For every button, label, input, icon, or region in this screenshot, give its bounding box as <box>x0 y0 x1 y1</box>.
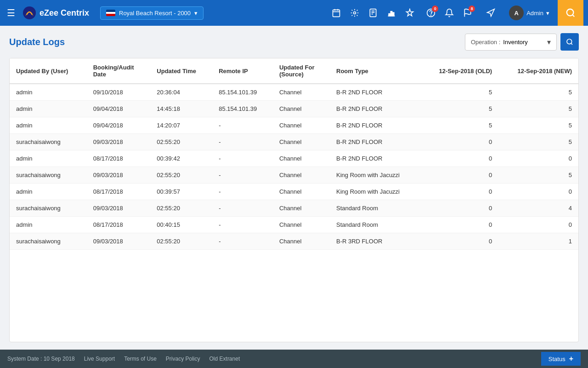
property-selector[interactable]: Royal Beach Resort - 2000 ▾ <box>100 6 204 20</box>
status-button[interactable]: Status + <box>541 352 581 366</box>
cell-remote-ip: - <box>212 167 273 184</box>
cell-remote-ip: - <box>212 134 273 150</box>
operation-label: Operation : <box>471 39 500 46</box>
notification-icons: 0 8 <box>423 5 476 21</box>
cell-room-type: Standard Room <box>330 200 420 217</box>
cell-updated-for: Channel <box>273 233 330 250</box>
status-label: Status <box>548 356 565 362</box>
cell-updated-by: admin <box>10 101 87 117</box>
cell-room-type: B-R 2ND FLOOR <box>330 117 420 134</box>
flag-icon[interactable]: 8 <box>459 5 476 21</box>
cell-old-val: 5 <box>420 117 498 134</box>
app-name: eZee Centrix <box>40 8 89 18</box>
report-icon[interactable] <box>365 5 381 21</box>
svg-line-20 <box>571 43 572 45</box>
col-remote-ip: Remote IP <box>212 58 273 84</box>
property-flag-icon <box>106 10 115 16</box>
cell-new-val: 5 <box>498 117 578 134</box>
cell-new-val: 0 <box>498 217 578 233</box>
calendar-icon[interactable] <box>328 5 345 21</box>
cell-booking-date: 09/04/2018 <box>87 101 151 117</box>
cell-updated-by: surachaisaiwong <box>10 200 87 217</box>
live-support-link[interactable]: Live Support <box>84 356 115 362</box>
cell-new-val: 5 <box>498 84 578 101</box>
global-search-button[interactable] <box>558 0 583 26</box>
cell-booking-date: 09/10/2018 <box>87 84 151 101</box>
table-row: admin 09/04/2018 14:45:18 85.154.101.39 … <box>10 101 578 117</box>
cell-updated-for: Channel <box>273 101 330 117</box>
page-header: Update Logs Operation : Inventory ▾ <box>9 33 579 51</box>
cell-booking-date: 08/17/2018 <box>87 150 151 167</box>
svg-rect-12 <box>390 12 392 16</box>
cell-room-type: King Room with Jacuzzi <box>330 184 420 200</box>
cell-updated-for: Channel <box>273 217 330 233</box>
admin-label: Admin <box>526 10 543 17</box>
table-row: surachaisaiwong 09/03/2018 02:55:20 - Ch… <box>10 233 578 250</box>
cell-old-val: 0 <box>420 184 498 200</box>
cell-booking-date: 09/03/2018 <box>87 200 151 217</box>
cell-updated-by: admin <box>10 217 87 233</box>
cell-updated-for: Channel <box>273 150 330 167</box>
table-scroll-area[interactable]: Updated By (User) Booking/AuditDate Upda… <box>10 58 578 342</box>
flag-badge: 8 <box>469 6 475 12</box>
cell-updated-time: 00:39:57 <box>150 184 212 200</box>
cell-updated-by: surachaisaiwong <box>10 167 87 184</box>
svg-rect-1 <box>333 10 340 17</box>
cell-booking-date: 09/03/2018 <box>87 233 151 250</box>
cell-room-type: B-R 2ND FLOOR <box>330 150 420 167</box>
star-icon[interactable] <box>401 5 418 21</box>
support-badge: 0 <box>432 6 438 12</box>
tools-icon[interactable] <box>346 5 363 21</box>
cell-new-val: 5 <box>498 101 578 117</box>
cell-updated-by: admin <box>10 117 87 134</box>
cell-room-type: B-R 3RD FLOOR <box>330 233 420 250</box>
cell-old-val: 5 <box>420 101 498 117</box>
col-new-val: 12-Sep-2018 (NEW) <box>498 58 578 84</box>
privacy-link[interactable]: Privacy Policy <box>166 356 200 362</box>
old-extranet-link[interactable]: Old Extranet <box>209 356 240 362</box>
cell-booking-date: 08/17/2018 <box>87 217 151 233</box>
operation-select[interactable]: Operation : Inventory ▾ <box>465 34 557 51</box>
logo-icon <box>22 6 37 20</box>
cell-remote-ip: - <box>212 233 273 250</box>
filter-area: Operation : Inventory ▾ <box>465 33 579 51</box>
terms-link[interactable]: Terms of Use <box>124 356 157 362</box>
cell-old-val: 0 <box>420 200 498 217</box>
cell-updated-time: 00:40:15 <box>150 217 212 233</box>
cell-updated-for: Channel <box>273 117 330 134</box>
table-row: surachaisaiwong 09/03/2018 02:55:20 - Ch… <box>10 167 578 184</box>
cell-updated-by: admin <box>10 150 87 167</box>
cell-booking-date: 09/03/2018 <box>87 167 151 184</box>
cell-new-val: 4 <box>498 200 578 217</box>
col-updated-by: Updated By (User) <box>10 58 87 84</box>
cell-old-val: 0 <box>420 134 498 150</box>
page-title: Update Logs <box>9 37 65 47</box>
table-row: admin 08/17/2018 00:39:42 - Channel B-R … <box>10 150 578 167</box>
cell-updated-by: surachaisaiwong <box>10 134 87 150</box>
bell-icon[interactable] <box>441 5 458 21</box>
status-plus-icon: + <box>569 355 573 363</box>
cell-remote-ip: 85.154.101.39 <box>212 101 273 117</box>
col-updated-for: Updated For(Source) <box>273 58 330 84</box>
col-old-val: 12-Sep-2018 (OLD) <box>420 58 498 84</box>
cell-updated-for: Channel <box>273 184 330 200</box>
svg-rect-13 <box>393 12 394 16</box>
support-icon[interactable]: 0 <box>423 5 439 21</box>
svg-point-17 <box>567 9 574 16</box>
cell-remote-ip: - <box>212 200 273 217</box>
admin-menu[interactable]: A Admin ▾ <box>505 6 553 20</box>
operation-value: Inventory <box>503 39 544 46</box>
col-updated-time: Updated Time <box>150 58 212 84</box>
cell-booking-date: 08/17/2018 <box>87 184 151 200</box>
cell-updated-by: surachaisaiwong <box>10 233 87 250</box>
cell-updated-by: admin <box>10 184 87 200</box>
cell-room-type: B-R 2ND FLOOR <box>330 101 420 117</box>
cell-updated-for: Channel <box>273 134 330 150</box>
cell-updated-for: Channel <box>273 167 330 184</box>
property-chevron-icon: ▾ <box>194 10 198 17</box>
hamburger-menu[interactable]: ☰ <box>5 5 17 21</box>
filter-search-button[interactable] <box>560 33 579 51</box>
col-room-type: Room Type <box>330 58 420 84</box>
megaphone-icon[interactable] <box>482 5 499 21</box>
chart-icon[interactable] <box>383 5 400 21</box>
